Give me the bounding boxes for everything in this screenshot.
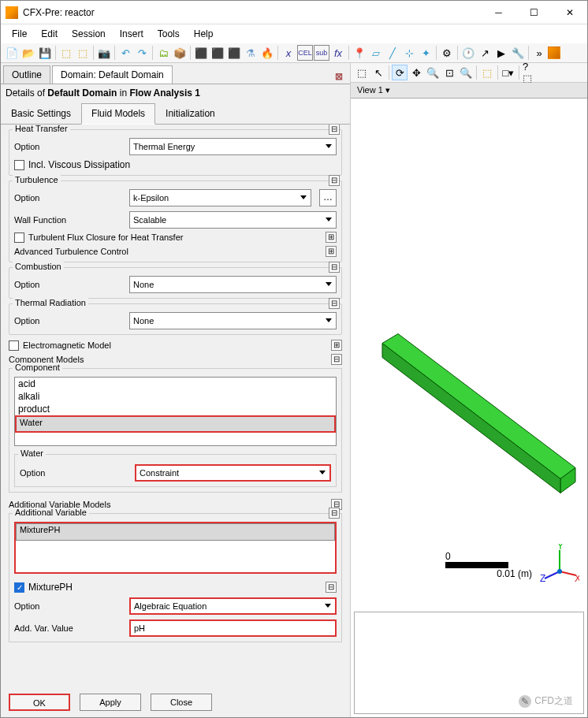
water-title: Water: [18, 448, 46, 458]
ok-button[interactable]: OK: [9, 694, 70, 711]
water-option-select[interactable]: Constraint: [135, 464, 331, 482]
expand-icon[interactable]: ⊞: [326, 232, 337, 243]
collapse-icon[interactable]: ⊟: [329, 262, 340, 273]
mixtureph-checkbox[interactable]: ✓: [14, 582, 24, 593]
addvar-listbox[interactable]: MixturePH: [14, 522, 337, 574]
help-icon[interactable]: ?⬚: [522, 65, 538, 80]
list-item-water[interactable]: Water: [15, 415, 336, 433]
app2-icon[interactable]: [548, 47, 560, 59]
viewport[interactable]: 0 0.01 (m) Y X Z ✎ CFD之道: [351, 99, 587, 717]
zoom-in-icon[interactable]: 🔍: [425, 65, 441, 80]
run-icon[interactable]: ▶: [493, 45, 509, 61]
plane-icon[interactable]: ▱: [368, 45, 384, 61]
domain-icon[interactable]: ⬛: [193, 45, 209, 61]
group-water: Water Option Constraint: [14, 454, 337, 487]
mesh-icon[interactable]: ⬚: [58, 45, 74, 61]
menu-file[interactable]: File: [6, 26, 33, 42]
point-icon[interactable]: ⊹: [401, 45, 417, 61]
collapse-icon[interactable]: ⊟: [326, 582, 337, 593]
turb-option-select[interactable]: k-Epsilon: [129, 189, 311, 206]
addvar-value-input[interactable]: [129, 619, 337, 637]
apply-button[interactable]: Apply: [80, 694, 141, 711]
view-toolbar: ⬚ ↖ ⟳ ✥ 🔍 ⊡ 🔍 ⬚ □▾ ?⬚: [351, 63, 587, 83]
turb-option-more-button[interactable]: …: [319, 189, 337, 206]
undo-icon[interactable]: ↶: [117, 45, 133, 61]
svg-text:X: X: [575, 573, 579, 583]
redo-icon[interactable]: ↷: [134, 45, 150, 61]
flask-icon[interactable]: ⚗: [243, 45, 259, 61]
fx-icon[interactable]: fx: [330, 45, 346, 61]
subtab-basic[interactable]: Basic Settings: [1, 103, 81, 124]
cel-icon[interactable]: CEL: [297, 45, 313, 61]
flame-icon[interactable]: 🔥: [259, 45, 275, 61]
menu-edit[interactable]: Edit: [35, 26, 64, 42]
subtab-init[interactable]: Initialization: [155, 103, 225, 124]
new-icon[interactable]: 📄: [4, 45, 20, 61]
subdomain-icon[interactable]: ⬛: [226, 45, 242, 61]
maximize-button[interactable]: ☐: [516, 2, 552, 24]
subtab-fluid[interactable]: Fluid Models: [81, 103, 155, 125]
close-button[interactable]: ✕: [552, 2, 587, 24]
comb-option-select[interactable]: None: [129, 276, 337, 293]
tab-close-icon[interactable]: ⊠: [333, 71, 345, 84]
select-icon[interactable]: ⬚: [354, 65, 370, 80]
sub-icon[interactable]: sub: [314, 45, 329, 61]
list-item[interactable]: acid: [15, 378, 336, 390]
pointer-icon[interactable]: ↖: [370, 65, 386, 80]
list-item-mixtureph[interactable]: MixturePH: [16, 523, 335, 541]
clock-icon[interactable]: 🕐: [460, 45, 476, 61]
more-icon[interactable]: »: [531, 45, 547, 61]
addvar-option-select[interactable]: Algebraic Equation: [129, 597, 337, 615]
heat-option-label: Option: [14, 142, 125, 151]
collapse-icon[interactable]: ⊟: [331, 354, 342, 365]
settings-icon[interactable]: 🔧: [510, 45, 526, 61]
expand-icon[interactable]: ⊞: [326, 246, 337, 257]
rotate-icon[interactable]: ⟳: [392, 65, 408, 80]
menu-insert[interactable]: Insert: [114, 26, 150, 42]
tree-icon[interactable]: 🗂: [155, 45, 171, 61]
misc-icon[interactable]: ✦: [418, 45, 434, 61]
wall-function-select[interactable]: Scalable: [129, 211, 337, 229]
save-icon[interactable]: 💾: [37, 45, 53, 61]
list-item[interactable]: product: [15, 403, 336, 415]
probe-icon[interactable]: 📍: [352, 45, 367, 61]
view-tab[interactable]: View 1 ▾: [351, 83, 587, 99]
arrow-icon[interactable]: ↗: [477, 45, 493, 61]
camera-icon[interactable]: 📷: [96, 45, 112, 61]
collapse-icon[interactable]: ⊟: [329, 125, 340, 135]
open-icon[interactable]: 📂: [20, 45, 36, 61]
turb-option-label: Option: [14, 193, 125, 203]
list-item[interactable]: [15, 433, 336, 445]
highlight-icon[interactable]: ⬚: [479, 65, 495, 80]
x-icon[interactable]: x: [281, 45, 296, 61]
menu-session[interactable]: Session: [65, 26, 112, 42]
expand-icon[interactable]: ⊞: [331, 340, 342, 351]
turb-flux-checkbox[interactable]: [14, 233, 24, 243]
box-icon[interactable]: 📦: [172, 45, 188, 61]
component-title: Component: [13, 363, 62, 372]
pan-icon[interactable]: ✥: [408, 65, 424, 80]
line-icon[interactable]: ╱: [385, 45, 400, 61]
collapse-icon[interactable]: ⊟: [329, 298, 340, 309]
zoom-box-icon[interactable]: ⊡: [441, 65, 457, 80]
em-checkbox[interactable]: [9, 340, 19, 351]
solver-icon[interactable]: ⚙: [439, 45, 455, 61]
fit-icon[interactable]: 🔍: [458, 65, 474, 80]
collapse-icon[interactable]: ⊟: [329, 508, 340, 519]
tab-domain[interactable]: Domain: Default Domain: [52, 65, 173, 84]
heat-option-select[interactable]: Thermal Energy: [129, 138, 337, 155]
collapse-icon[interactable]: ⊟: [329, 175, 340, 186]
component-listbox[interactable]: acid alkali product Water: [14, 377, 337, 446]
svg-point-9: [557, 569, 562, 574]
thrad-option-select[interactable]: None: [129, 312, 337, 329]
close-dialog-button[interactable]: Close: [151, 694, 212, 711]
viscous-dissipation-checkbox[interactable]: [14, 160, 24, 170]
menu-tools[interactable]: Tools: [151, 26, 186, 42]
mesh2-icon[interactable]: ⬚: [75, 45, 91, 61]
list-item[interactable]: alkali: [15, 390, 336, 403]
face-icon[interactable]: □▾: [501, 65, 516, 80]
minimize-button[interactable]: ─: [481, 2, 516, 24]
bc-icon[interactable]: ⬛: [210, 45, 225, 61]
menu-help[interactable]: Help: [188, 26, 220, 42]
tab-outline[interactable]: Outline: [3, 65, 50, 84]
